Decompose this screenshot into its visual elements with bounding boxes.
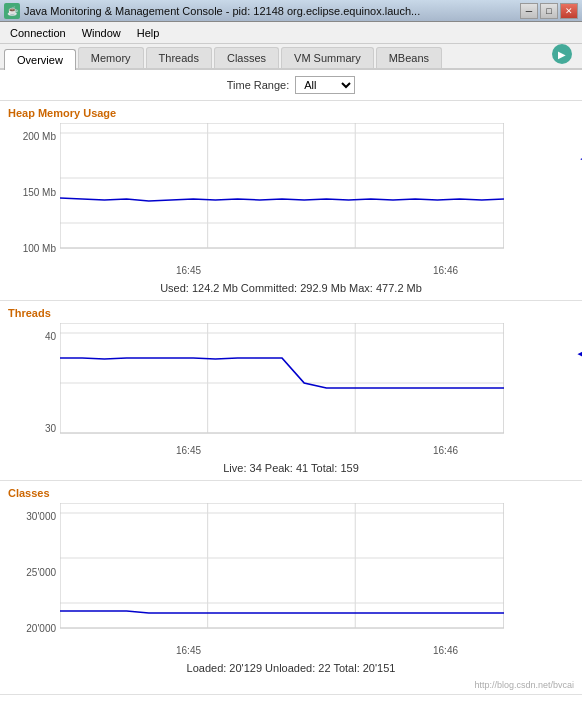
threads-legend-label: ◄ Live threads: [576, 348, 582, 359]
title-bar: ☕ Java Monitoring & Management Console -…: [0, 0, 582, 22]
heap-memory-chart: [60, 123, 504, 263]
heap-y-label-3: 100 Mb: [8, 243, 56, 254]
heap-legend-value: 124'192'144: [578, 164, 582, 175]
tab-bar: Overview Memory Threads Classes VM Summa…: [0, 44, 582, 70]
classes-x-label-1: 16:45: [176, 645, 201, 656]
tab-vm-summary[interactable]: VM Summary: [281, 47, 374, 68]
connection-icon: ▶: [552, 44, 572, 64]
svg-rect-14: [60, 323, 504, 433]
threads-x-label-2: 16:46: [433, 445, 458, 456]
app-icon: ☕: [4, 3, 20, 19]
classes-stats: Loaded: 20'129 Unloaded: 22 Total: 20'15…: [8, 660, 574, 676]
tab-threads[interactable]: Threads: [146, 47, 212, 68]
threads-section: Threads 40 30: [0, 301, 582, 481]
close-button[interactable]: ✕: [560, 3, 578, 19]
classes-y-label-1: 30'000: [8, 511, 56, 522]
threads-title: Threads: [8, 307, 574, 319]
menu-bar: Connection Window Help: [0, 22, 582, 44]
menu-window[interactable]: Window: [74, 25, 129, 41]
classes-x-label-2: 16:46: [433, 645, 458, 656]
heap-memory-section: Heap Memory Usage 200 Mb 150 Mb 100 Mb: [0, 101, 582, 301]
svg-rect-22: [60, 503, 504, 628]
classes-title: Classes: [8, 487, 574, 499]
classes-section: Classes 30'000 25'000 20'000: [0, 481, 582, 695]
heap-y-label-1: 200 Mb: [8, 131, 56, 142]
threads-legend-value: 34: [576, 359, 582, 370]
main-content[interactable]: Time Range: All 1 min 5 min 15 min 1 hou…: [0, 70, 582, 720]
tab-memory[interactable]: Memory: [78, 47, 144, 68]
classes-y-label-2: 25'000: [8, 567, 56, 578]
time-range-bar: Time Range: All 1 min 5 min 15 min 1 hou…: [0, 70, 582, 101]
window-controls: ─ □ ✕: [520, 3, 578, 19]
minimize-button[interactable]: ─: [520, 3, 538, 19]
svg-rect-7: [60, 123, 504, 248]
threads-chart: [60, 323, 504, 443]
time-range-select[interactable]: All 1 min 5 min 15 min 1 hour: [295, 76, 355, 94]
heap-x-label-2: 16:46: [433, 265, 458, 276]
heap-x-label-1: 16:45: [176, 265, 201, 276]
restore-button[interactable]: □: [540, 3, 558, 19]
tab-overview[interactable]: Overview: [4, 49, 76, 70]
threads-stats: Live: 34 Peak: 41 Total: 159: [8, 460, 574, 476]
title-bar-text: Java Monitoring & Management Console - p…: [24, 5, 520, 17]
heap-memory-title: Heap Memory Usage: [8, 107, 574, 119]
menu-help[interactable]: Help: [129, 25, 168, 41]
classes-chart: [60, 503, 504, 643]
heap-memory-stats: Used: 124.2 Mb Committed: 292.9 Mb Max: …: [8, 280, 574, 296]
heap-y-label-2: 150 Mb: [8, 187, 56, 198]
heap-legend-label: ◄ Used: [578, 153, 582, 164]
tab-classes[interactable]: Classes: [214, 47, 279, 68]
menu-connection[interactable]: Connection: [2, 25, 74, 41]
time-range-label: Time Range:: [227, 79, 290, 91]
watermark: http://blog.csdn.net/bvcai: [8, 680, 574, 690]
threads-y-label-1: 40: [8, 331, 56, 342]
threads-x-label-1: 16:45: [176, 445, 201, 456]
tab-mbeans[interactable]: MBeans: [376, 47, 442, 68]
threads-y-label-2: 30: [8, 423, 56, 434]
classes-y-label-3: 20'000: [8, 623, 56, 634]
